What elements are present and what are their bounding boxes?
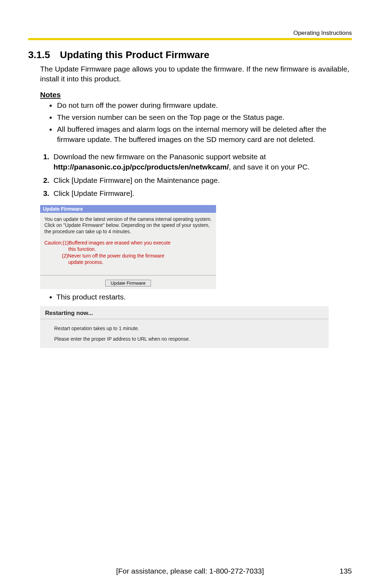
section-number: 3.1.5 [28,49,50,61]
panel-spacer [40,266,216,275]
steps-list: Download the new firmware on the Panason… [40,151,352,199]
restarting-line-2: Please enter the proper IP address to UR… [40,331,329,342]
restarting-panel: Restarting now... Restart operation take… [40,306,329,348]
substep-restart: This product restarts. [56,293,352,301]
caution-line-1: Caution:(1)Buffered images are erased wh… [44,240,171,246]
notes-item: The version number can be seen on the To… [56,112,352,122]
step-1-url: http://panasonic.co.jp/pcc/products/en/n… [53,163,229,171]
step-2: Click [Update Firmware] on the Maintenan… [51,175,352,185]
panel-titlebar: Update Firmware [40,205,216,213]
update-firmware-panel: Update Firmware You can update to the la… [40,205,216,289]
update-firmware-button[interactable]: Update Firmware [105,280,151,286]
restarting-title: Restarting now... [40,306,329,319]
caution-line-2: this function. [44,246,212,252]
notes-item: All buffered images and alarm logs on th… [56,124,352,144]
step-1-post: , and save it on your PC. [229,163,310,171]
doc-title-header: Operating Instructions [293,30,352,37]
panel-caution: Caution:(1)Buffered images are erased wh… [40,237,216,266]
caution-line-4: update process. [44,259,212,265]
panel-body-text: You can update to the latest version of … [40,213,216,238]
restarting-line-1: Restart operation takes up to 1 minute. [40,319,329,331]
panel-button-row: Update Firmware [40,279,216,289]
document-page: Operating Instructions 3.1.5Updating thi… [0,0,380,588]
substep-list: This product restarts. [56,293,352,301]
panel-separator [40,275,216,279]
step-3: Click [Update Firmware]. [51,188,352,198]
yellow-header-rule [28,38,352,40]
notes-heading: Notes [40,91,352,99]
step-1-pre: Download the new firmware on the Panason… [53,153,266,161]
footer-assist: [For assistance, please call: 1-800-272-… [28,567,352,575]
section-heading: 3.1.5Updating this Product Firmware [28,49,352,61]
section-title-text: Updating this Product Firmware [60,49,209,60]
notes-item: Do not turn off the power during firmwar… [56,100,352,110]
step-1: Download the new firmware on the Panason… [51,151,352,172]
caution-line-3: (2)Never turn off the power during the f… [44,253,212,259]
section-intro: The Update Firmware page allows you to u… [40,64,352,84]
page-number: 135 [340,567,352,575]
notes-list: Do not turn off the power during firmwar… [56,100,352,144]
